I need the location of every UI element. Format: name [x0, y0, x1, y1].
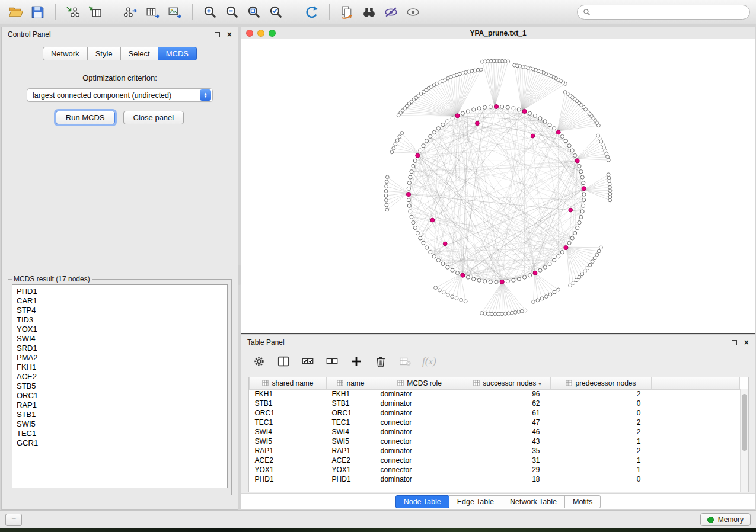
mcds-result-item[interactable]: SWI4: [17, 334, 223, 344]
select-all-button[interactable]: [301, 354, 315, 368]
mcds-result-item[interactable]: YOX1: [17, 325, 223, 334]
mcds-result-item[interactable]: PHD1: [17, 287, 223, 296]
mcds-result-item[interactable]: ORC1: [17, 391, 223, 400]
window-maximize-icon[interactable]: [269, 30, 276, 37]
table-cell[interactable]: connector: [375, 418, 464, 427]
table-cell[interactable]: connector: [375, 456, 464, 465]
memory-button[interactable]: Memory: [700, 513, 751, 526]
tab-network-table[interactable]: Network Table: [502, 495, 565, 508]
search-network-button[interactable]: [359, 2, 379, 22]
import-table-button[interactable]: [85, 2, 105, 22]
network-window-titlebar[interactable]: YPA_prune.txt_1: [241, 27, 755, 39]
table-row[interactable]: PHD1PHD1dominator180: [250, 475, 740, 484]
export-network-button[interactable]: [121, 2, 141, 22]
table-row[interactable]: SWI5SWI5connector431: [250, 437, 740, 446]
table-row[interactable]: ACE2ACE2connector311: [250, 456, 740, 465]
mcds-result-item[interactable]: SRD1: [17, 344, 223, 353]
import-network-button[interactable]: [63, 2, 83, 22]
table-row[interactable]: STB1STB1dominator620: [250, 399, 740, 408]
table-cell[interactable]: TEC1: [250, 418, 327, 427]
mcds-result-item[interactable]: TID3: [17, 315, 223, 325]
table-cell[interactable]: ORC1: [250, 408, 327, 418]
clone-network-button[interactable]: [337, 2, 357, 22]
table-cell[interactable]: RAP1: [250, 446, 327, 456]
mcds-result-item[interactable]: STB5: [17, 382, 223, 391]
table-cell[interactable]: 1: [551, 456, 652, 465]
table-cell[interactable]: SWI5: [250, 437, 327, 446]
table-cell[interactable]: ORC1: [327, 408, 375, 418]
table-cell[interactable]: SWI5: [327, 437, 375, 446]
table-cell[interactable]: connector: [375, 437, 464, 446]
table-cell[interactable]: 96: [464, 389, 551, 399]
table-cell[interactable]: SWI4: [327, 427, 375, 437]
column-header-MCDS-role[interactable]: MCDS role: [375, 377, 464, 389]
table-cell[interactable]: 2: [551, 418, 652, 427]
table-cell[interactable]: 29: [464, 465, 551, 475]
table-cell[interactable]: 35: [464, 446, 551, 456]
zoom-fit-button[interactable]: [244, 2, 264, 22]
table-cell[interactable]: 0: [551, 399, 652, 408]
table-cell[interactable]: 62: [464, 399, 551, 408]
mcds-result-item[interactable]: GCR1: [17, 438, 223, 448]
table-cell[interactable]: FKH1: [250, 389, 327, 399]
tab-mcds[interactable]: MCDS: [158, 47, 197, 60]
window-close-icon[interactable]: [246, 30, 253, 37]
table-scrollbar[interactable]: [740, 389, 748, 492]
table-cell[interactable]: 43: [464, 437, 551, 446]
table-cell[interactable]: 0: [551, 408, 652, 418]
table-row[interactable]: YOX1YOX1connector291: [250, 465, 740, 475]
table-cell[interactable]: RAP1: [327, 446, 375, 456]
export-table-button[interactable]: [143, 2, 162, 22]
unselect-all-button[interactable]: [325, 354, 339, 368]
tab-network[interactable]: Network: [43, 47, 88, 60]
column-header-name[interactable]: name: [327, 377, 375, 389]
task-history-button[interactable]: ≡: [5, 514, 22, 526]
save-session-button[interactable]: [28, 2, 47, 22]
table-cell[interactable]: TEC1: [327, 418, 375, 427]
window-minimize-icon[interactable]: [257, 30, 264, 37]
tab-style[interactable]: Style: [88, 47, 121, 60]
tab-motifs[interactable]: Motifs: [565, 495, 601, 508]
table-row[interactable]: RAP1RAP1dominator352: [250, 446, 740, 456]
table-row[interactable]: TEC1TEC1connector472: [250, 418, 740, 427]
table-row[interactable]: FKH1FKH1dominator962: [250, 389, 740, 399]
mcds-result-item[interactable]: SWI5: [17, 419, 223, 429]
table-cell[interactable]: 1: [551, 465, 652, 475]
table-cell[interactable]: PHD1: [250, 475, 327, 484]
table-cell[interactable]: dominator: [375, 408, 464, 418]
zoom-selected-button[interactable]: [266, 2, 286, 22]
open-session-button[interactable]: [6, 2, 25, 22]
refresh-view-button[interactable]: [302, 2, 321, 22]
table-cell[interactable]: 61: [464, 408, 551, 418]
show-all-button[interactable]: [403, 2, 423, 22]
table-cell[interactable]: SWI4: [250, 427, 327, 437]
table-row[interactable]: ORC1ORC1dominator610: [250, 408, 740, 418]
table-scrollbar-thumb[interactable]: [742, 394, 747, 451]
table-cell[interactable]: ACE2: [250, 456, 327, 465]
zoom-in-button[interactable]: [200, 2, 220, 22]
table-cell[interactable]: dominator: [375, 446, 464, 456]
mcds-result-item[interactable]: STP4: [17, 306, 223, 315]
table-cell[interactable]: 31: [464, 456, 551, 465]
close-panel-button[interactable]: Close panel: [123, 111, 184, 124]
close-panel-icon[interactable]: ×: [227, 30, 232, 39]
table-cell[interactable]: 46: [464, 427, 551, 437]
table-cell[interactable]: 2: [551, 446, 652, 456]
column-header-predecessor-nodes[interactable]: predecessor nodes: [551, 377, 652, 389]
table-cell[interactable]: dominator: [375, 399, 464, 408]
table-cell[interactable]: 18: [464, 475, 551, 484]
delete-table-button[interactable]: [398, 354, 412, 368]
table-row[interactable]: SWI4SWI4dominator462: [250, 427, 740, 437]
add-column-button[interactable]: [349, 354, 363, 368]
float-panel-icon[interactable]: [215, 32, 220, 37]
table-cell[interactable]: 1: [551, 437, 652, 446]
search-input[interactable]: [594, 8, 744, 16]
table-cell[interactable]: PHD1: [327, 475, 375, 484]
hide-selected-button[interactable]: [381, 2, 401, 22]
table-cell[interactable]: 2: [551, 389, 652, 399]
function-builder-button[interactable]: f(x): [422, 355, 436, 367]
table-cell[interactable]: FKH1: [327, 389, 375, 399]
criterion-dropdown[interactable]: largest connected component (undirected)…: [27, 88, 213, 102]
table-cell[interactable]: 47: [464, 418, 551, 427]
table-cell[interactable]: dominator: [375, 475, 464, 484]
